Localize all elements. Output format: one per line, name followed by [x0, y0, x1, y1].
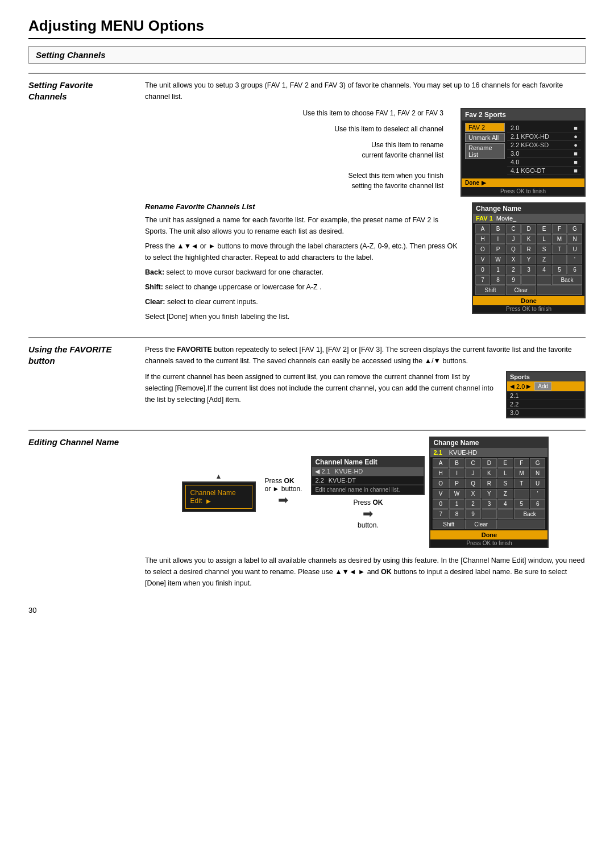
key-T[interactable]: T	[552, 244, 567, 254]
editing-channel-section: Editing Channel Name ▲ Channel Name Edit…	[28, 430, 586, 589]
key-W[interactable]: W	[491, 255, 505, 264]
key-E[interactable]: E	[537, 224, 551, 234]
done-btn[interactable]: Done ▶	[462, 178, 584, 187]
press-ok-label: Press OK to finish	[462, 187, 584, 196]
cne-big-panel: Channel Name Edit ◀ 2.1KVUE-HD 2.2KVUE-D…	[311, 456, 425, 495]
key-S[interactable]: S	[537, 244, 551, 254]
key-P[interactable]: P	[491, 244, 505, 254]
key-V[interactable]: V	[475, 255, 490, 264]
callout4: Select this item when you finishsetting …	[145, 171, 449, 191]
channel-row-40: 4.0■	[507, 158, 581, 167]
key-7[interactable]: 7	[475, 275, 490, 285]
setting-favorite-content: The unit allows you to setup 3 groups (F…	[145, 80, 586, 326]
key-N[interactable]: N	[567, 234, 582, 244]
callout1: Use this item to choose FAV 1, FAV 2 or …	[145, 108, 449, 118]
key-blank1	[552, 255, 567, 264]
rename-body: The unit has assigned a name for each fa…	[145, 214, 460, 322]
callouts-col: Use this item to choose FAV 1, FAV 2 or …	[145, 108, 449, 197]
key-2[interactable]: 2	[506, 265, 521, 275]
cn-press-ok: Press OK to finish	[473, 305, 584, 313]
cn-fav-row: FAV 1 Movie_	[473, 214, 584, 223]
rename-body6: Select [Done] when you finish labeling t…	[145, 311, 460, 322]
key-R[interactable]: R	[521, 244, 536, 254]
rename-section: Rename Favorite Channels List The unit h…	[145, 202, 586, 326]
key-K[interactable]: K	[521, 234, 536, 244]
section-channels-title: Setting Channels	[36, 50, 578, 60]
setting-favorite-title-col: Setting FavoriteChannels	[28, 80, 134, 326]
key-H[interactable]: H	[475, 234, 490, 244]
cn2-keyboard: A B C D E F G H I J K L M N O	[430, 457, 547, 530]
cn-done-btn[interactable]: Done	[473, 296, 584, 305]
rename-body5: Clear: select to clear current inputs.	[145, 296, 460, 308]
key-3[interactable]: 3	[521, 265, 536, 275]
key-X[interactable]: X	[506, 255, 521, 264]
setting-favorite-intro: The unit allows you to setup 3 groups (F…	[145, 80, 586, 102]
key-M[interactable]: M	[552, 234, 567, 244]
cn-input: Movie_	[496, 215, 516, 222]
key-L[interactable]: L	[537, 234, 551, 244]
cne-label[interactable]: Channel Name Edit ▶	[185, 485, 252, 509]
change-name-title: Change Name	[473, 203, 584, 214]
key-F[interactable]: F	[552, 224, 567, 234]
key-shift[interactable]: Shift	[475, 285, 505, 295]
using-favorite-section: Using the FAVORITEbutton Press the FAVOR…	[28, 337, 586, 418]
rename-list-btn[interactable]: Rename List	[465, 143, 505, 159]
key-B[interactable]: B	[491, 224, 505, 234]
rename-body1: The unit has assigned a name for each fa…	[145, 214, 460, 237]
key-0[interactable]: 0	[475, 265, 490, 275]
add-btn[interactable]: Add	[534, 382, 551, 391]
channel-row-30: 3.0■	[507, 149, 581, 158]
key-apos[interactable]: '	[567, 255, 582, 264]
key-U[interactable]: U	[567, 244, 582, 254]
key-6[interactable]: 6	[567, 265, 582, 275]
sports-row-21: 2.1	[507, 392, 584, 400]
key-back[interactable]: Back	[552, 275, 582, 285]
cne-small-panel: Channel Name Edit ▶	[182, 481, 256, 512]
key-9[interactable]: 9	[506, 275, 521, 285]
using-favorite-title-col: Using the FAVORITEbutton	[28, 344, 134, 418]
rename-subtitle: Rename Favorite Channels List	[145, 202, 460, 211]
editing-row: ▲ Channel Name Edit ▶ Press OKor ► butto…	[145, 437, 586, 548]
key-blank4	[537, 285, 582, 295]
cne-label-text: Channel Name Edit	[190, 489, 236, 505]
key-Z[interactable]: Z	[537, 255, 551, 264]
key-I[interactable]: I	[491, 234, 505, 244]
key-8[interactable]: 8	[491, 275, 505, 285]
key-Y[interactable]: Y	[521, 255, 536, 264]
fav2-btn[interactable]: FAV 2	[465, 123, 505, 132]
cn2-fav-row: 2.1 KVUE-HD	[430, 448, 547, 457]
key-Q[interactable]: Q	[506, 244, 521, 254]
change-name2-title: Change Name	[430, 438, 547, 448]
cne-big-row-21: ◀ 2.1KVUE-HD	[312, 467, 424, 476]
key-C[interactable]: C	[506, 224, 521, 234]
press-ok-text2: Press OK	[311, 499, 425, 506]
key-G[interactable]: G	[567, 224, 582, 234]
key-J[interactable]: J	[506, 234, 521, 244]
section-channels-box: Setting Channels	[28, 46, 586, 64]
cn2-done-btn[interactable]: Done	[430, 530, 547, 539]
sports-row-30: 3.0	[507, 409, 584, 417]
cn-keyboard: A B C D E F G H I J K L M N O	[473, 223, 584, 296]
key-D[interactable]: D	[521, 224, 536, 234]
key-A[interactable]: A	[475, 224, 490, 234]
unmark-all-btn[interactable]: Unmark All	[465, 133, 505, 142]
using-favorite-body1: Press the FAVORITE button repeatedly to …	[145, 344, 586, 367]
using-favorite-content: Press the FAVORITE button repeatedly to …	[145, 344, 586, 418]
editing-channel-title-col: Editing Channel Name	[28, 437, 134, 589]
fav2-sports-panel: Fav 2 Sports FAV 2 Unmark All Rename Lis…	[460, 108, 586, 197]
using-favorite-title: Using the FAVORITEbutton	[28, 344, 134, 366]
key-1[interactable]: 1	[491, 265, 505, 275]
fav2-sports-title: Fav 2 Sports	[462, 109, 584, 121]
key-O[interactable]: O	[475, 244, 490, 254]
rename-body3: Back: select to move cursor backward for…	[145, 267, 460, 278]
editing-channel-content: ▲ Channel Name Edit ▶ Press OKor ► butto…	[145, 437, 586, 589]
editing-channel-title: Editing Channel Name	[28, 437, 134, 448]
press-ok-col1: Press OKor ► button. ➡	[265, 477, 302, 508]
key-5[interactable]: 5	[552, 265, 567, 275]
key-4[interactable]: 4	[537, 265, 551, 275]
editing-footer-text: The unit allows you to assign a label to…	[145, 555, 586, 589]
key-clear[interactable]: Clear	[506, 285, 536, 295]
channel-row-21: 2.1 KFOX-HD●	[507, 132, 581, 141]
sports-row-22: 2.2	[507, 400, 584, 409]
rename-body2: Press the ▲▼◄ or ► buttons to move throu…	[145, 240, 460, 263]
